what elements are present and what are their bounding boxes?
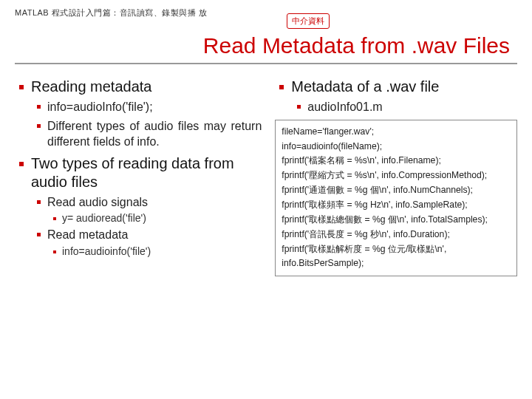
title-underline [15, 63, 517, 64]
subbullet-text: audioInfo01.m [307, 99, 517, 115]
subbullet-text: Read metadata [47, 227, 262, 243]
bullet-metadata-wav: Metadata of a .wav file audioInfo01.m [275, 78, 517, 115]
code-line: fprintf('取樣點解析度 = %g 位元/取樣點\n', info.Bit… [282, 242, 511, 270]
subbullet-text: Read audio signals [47, 194, 262, 211]
right-column: Metadata of a .wav file audioInfo01.m fi… [275, 78, 517, 276]
subsubbullet-audioinfo: info=audioinfo('file') [47, 245, 262, 257]
code-line: fprintf('取樣頻率 = %g Hz\n', info.SampleRat… [282, 198, 511, 212]
metadata-badge: 中介資料 [287, 13, 330, 29]
left-column: Reading metadata info=audioInfo('file');… [15, 78, 262, 276]
bullet-two-types: Two types of reading data from audio fil… [15, 154, 262, 257]
subsubbullet-text: y= audioread('file') [62, 212, 262, 224]
subbullet-script-name: audioInfo01.m [291, 99, 517, 115]
bullet-reading-metadata: Reading metadata info=audioInfo('file');… [15, 78, 262, 150]
subbullet-different-types: Different types of audio files may retur… [31, 118, 262, 150]
bullet-heading: Reading metadata [31, 78, 262, 96]
subbullet-read-signals: Read audio signals y= audioread('file') [31, 194, 262, 225]
code-line: fprintf('音訊長度 = %g 秒\n', info.Duration); [282, 228, 511, 242]
subbullet-text: Different types of audio files may retur… [47, 118, 262, 150]
content: Reading metadata info=audioInfo('file');… [15, 78, 517, 276]
code-line: fprintf('壓縮方式 = %s\n', info.CompressionM… [282, 168, 511, 183]
subbullet-audioinfo-call: info=audioInfo('file'); [31, 99, 262, 115]
code-line: fprintf('取樣點總個數 = %g 個\n', info.TotalSam… [282, 213, 511, 227]
code-box: fileName='flanger.wav'; info=audioinfo(f… [275, 120, 517, 276]
bullet-heading: Two types of reading data from audio fil… [31, 154, 262, 191]
subbullet-read-metadata: Read metadata info=audioinfo('file') [31, 227, 262, 257]
bullet-heading: Metadata of a .wav file [291, 78, 517, 96]
code-line: fileName='flanger.wav'; [282, 125, 511, 139]
code-line: fprintf('通道個數 = %g 個\n', info.NumChannel… [282, 183, 511, 197]
subsubbullet-audioread: y= audioread('file') [47, 212, 262, 224]
code-line: fprintf('檔案名稱 = %s\n', info.Filename); [282, 154, 511, 168]
subsubbullet-text: info=audioinfo('file') [62, 245, 262, 257]
subbullet-text: info=audioInfo('file'); [47, 99, 262, 115]
code-line: info=audioinfo(fileName); [282, 140, 511, 154]
slide-title: Read Metadata from .wav Files [15, 33, 510, 58]
page-header: MATLAB 程式設計入門篇：音訊讀寫、錄製與播 放 [15, 7, 517, 18]
